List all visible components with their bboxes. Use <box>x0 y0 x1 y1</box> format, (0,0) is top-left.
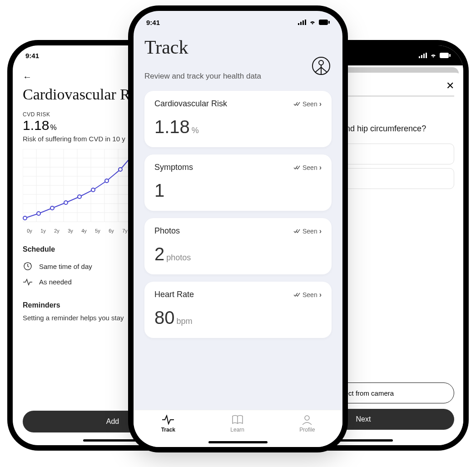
schedule-item-label: Same time of day <box>39 263 92 270</box>
signal-icon <box>419 53 427 58</box>
svg-point-30 <box>105 179 109 183</box>
svg-point-34 <box>25 263 25 264</box>
card-symptoms[interactable]: Symptoms Seen › 1 <box>144 154 332 211</box>
svg-point-35 <box>30 263 31 264</box>
profile-button[interactable] <box>312 56 331 75</box>
seen-badge: Seen › <box>293 291 322 299</box>
svg-point-26 <box>50 206 54 210</box>
svg-rect-36 <box>419 56 420 58</box>
svg-rect-46 <box>319 20 328 25</box>
double-check-icon <box>293 165 301 170</box>
svg-rect-42 <box>298 23 299 25</box>
svg-rect-44 <box>302 20 304 25</box>
book-icon <box>232 415 243 425</box>
wifi-icon <box>309 20 316 25</box>
card-title: Photos <box>154 226 180 236</box>
pulse-icon <box>23 278 33 286</box>
status-icons <box>298 20 330 25</box>
svg-rect-45 <box>305 20 306 25</box>
status-time: 9:41 <box>146 19 160 26</box>
close-button[interactable]: ✕ <box>446 80 454 92</box>
status-time: 9:41 <box>25 52 39 60</box>
home-indicator <box>83 439 142 442</box>
card-value: 80bpm <box>154 308 322 328</box>
home-indicator <box>334 439 393 442</box>
status-bar: 9:41 <box>134 11 342 31</box>
svg-point-29 <box>91 188 95 192</box>
battery-icon <box>440 53 451 58</box>
svg-line-52 <box>321 67 327 72</box>
svg-point-31 <box>119 168 122 171</box>
card-photos[interactable]: Photos Seen › 2photos <box>144 218 332 274</box>
card-title: Heart Rate <box>154 290 194 299</box>
tab-profile[interactable]: Profile <box>299 415 315 447</box>
svg-point-25 <box>37 212 40 215</box>
page-title: Track <box>144 36 332 58</box>
card-title: Symptoms <box>154 163 193 172</box>
svg-rect-47 <box>328 21 330 24</box>
card-cardiovascular-risk[interactable]: Cardiovascular Risk Seen › 1.18% <box>144 91 332 147</box>
card-value: 2photos <box>154 244 322 264</box>
svg-rect-39 <box>426 53 427 58</box>
svg-rect-37 <box>421 55 422 58</box>
pulse-icon <box>162 415 174 425</box>
home-indicator <box>208 441 268 443</box>
double-check-icon <box>293 229 301 234</box>
chevron-right-icon: › <box>319 100 322 108</box>
tab-label: Track <box>161 427 175 433</box>
tab-label: Profile <box>299 427 315 433</box>
card-title: Cardiovascular Risk <box>154 99 227 109</box>
schedule-item-label: As needed <box>39 278 72 286</box>
double-check-icon <box>293 101 301 107</box>
double-check-icon <box>293 292 301 298</box>
clock-icon <box>23 262 33 271</box>
wifi-icon <box>430 53 437 58</box>
chevron-right-icon: › <box>319 164 322 172</box>
status-icons <box>419 53 451 58</box>
tab-track[interactable]: Track <box>161 415 175 447</box>
svg-point-53 <box>305 416 309 420</box>
phone-track-dashboard: 9:41 Track Review and track your health … <box>134 11 342 447</box>
svg-rect-40 <box>440 53 449 58</box>
svg-point-28 <box>78 195 81 199</box>
svg-point-27 <box>64 201 68 204</box>
seen-badge: Seen › <box>293 100 322 108</box>
svg-point-49 <box>319 60 323 65</box>
card-heart-rate[interactable]: Heart Rate Seen › 80bpm <box>144 282 332 338</box>
chevron-right-icon: › <box>319 227 322 235</box>
page-subtitle: Review and track your health data <box>144 72 332 81</box>
person-circle-icon <box>312 56 331 75</box>
signal-icon <box>298 20 306 25</box>
chevron-right-icon: › <box>319 291 322 299</box>
person-icon <box>301 415 313 425</box>
svg-rect-41 <box>449 54 451 57</box>
svg-line-51 <box>315 67 321 72</box>
seen-badge: Seen › <box>293 227 322 235</box>
seen-badge: Seen › <box>293 164 322 172</box>
battery-icon <box>319 20 330 25</box>
card-value: 1 <box>154 180 322 201</box>
tab-label: Learn <box>230 427 244 433</box>
svg-rect-43 <box>300 22 302 25</box>
svg-rect-38 <box>423 54 425 58</box>
svg-point-24 <box>23 216 27 220</box>
card-value: 1.18% <box>154 117 322 137</box>
